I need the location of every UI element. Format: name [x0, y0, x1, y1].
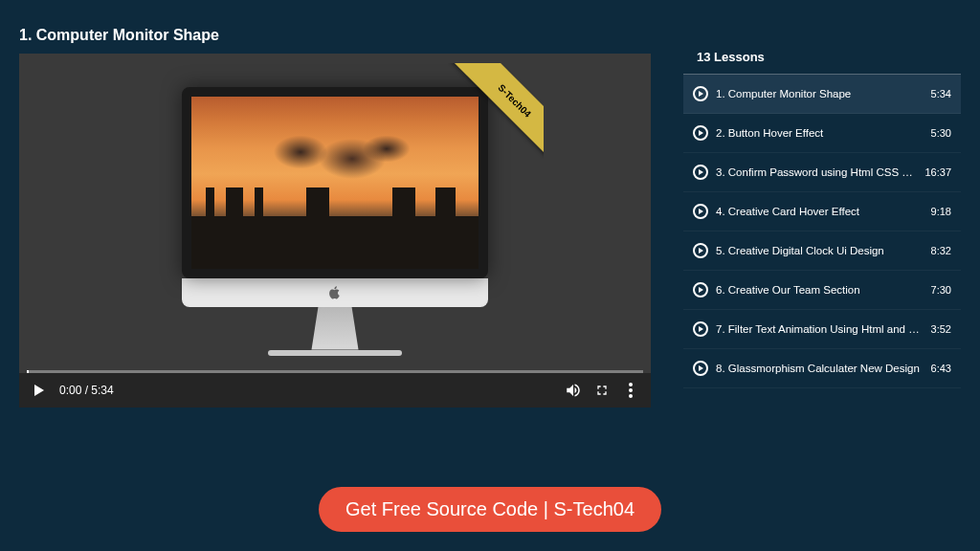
lesson-item[interactable]: 2. Button Hover Effect 5:30 [683, 114, 961, 153]
play-circle-icon [693, 125, 708, 141]
lesson-item[interactable]: 5. Creative Digital Clock Ui Design 8:32 [683, 231, 961, 271]
play-circle-icon [693, 86, 708, 101]
lesson-item[interactable]: 6. Creative Our Team Section 7:30 [683, 271, 961, 310]
svg-point-2 [629, 394, 633, 398]
more-icon[interactable] [622, 382, 639, 399]
lesson-duration: 5:30 [931, 127, 951, 139]
lesson-duration: 9:18 [931, 206, 951, 217]
apple-logo-icon [328, 286, 342, 299]
play-button[interactable] [31, 382, 48, 399]
lesson-duration: 7:30 [931, 284, 951, 296]
cta-button[interactable]: Get Free Source Code | S-Tech04 [319, 487, 661, 532]
play-circle-icon [693, 282, 708, 298]
fullscreen-icon[interactable] [593, 382, 611, 399]
lesson-duration: 3:52 [931, 323, 951, 335]
lesson-list[interactable]: 1. Computer Monitor Shape 5:34 2. Button… [683, 75, 961, 415]
lesson-label: 3. Confirm Password using Html CSS & js [716, 166, 917, 178]
lesson-label: 6. Creative Our Team Section [716, 284, 924, 296]
svg-point-0 [629, 383, 633, 386]
lesson-item[interactable]: 4. Creative Card Hover Effect 9:18 [683, 192, 961, 231]
video-thumbnail [182, 87, 488, 356]
play-circle-icon [693, 243, 708, 258]
lesson-label: 8. Glassmorphism Calculater New Design [716, 363, 924, 374]
lesson-duration: 16:37 [924, 166, 951, 178]
play-circle-icon [693, 321, 708, 337]
lesson-label: 2. Button Hover Effect [716, 127, 924, 139]
lesson-label: 7. Filter Text Animation Using Html and … [716, 323, 924, 335]
lesson-item[interactable]: 1. Computer Monitor Shape 5:34 [683, 75, 961, 114]
lesson-item[interactable]: 8. Glassmorphism Calculater New Design 6… [683, 349, 961, 388]
play-circle-icon [693, 361, 708, 376]
lesson-duration: 5:34 [931, 88, 951, 99]
lessons-header: 13 Lessons [683, 40, 961, 75]
lesson-duration: 6:43 [931, 363, 951, 374]
lesson-label: 1. Computer Monitor Shape [716, 88, 924, 99]
svg-point-1 [629, 388, 633, 392]
video-title: 1. Computer Monitor Shape [19, 27, 664, 44]
play-circle-icon [693, 165, 708, 180]
volume-icon[interactable] [565, 382, 582, 399]
video-player[interactable]: S-Tech04 0:00 / 5:34 [19, 54, 651, 408]
lesson-label: 5. Creative Digital Clock Ui Design [716, 245, 924, 256]
lesson-item[interactable]: 3. Confirm Password using Html CSS & js … [683, 153, 961, 192]
time-display: 0:00 / 5:34 [59, 384, 114, 397]
lesson-item[interactable]: 7. Filter Text Animation Using Html and … [683, 310, 961, 349]
play-circle-icon [693, 204, 708, 219]
video-controls: 0:00 / 5:34 [19, 373, 651, 408]
lesson-duration: 8:32 [931, 245, 951, 256]
lesson-label: 4. Creative Card Hover Effect [716, 206, 924, 217]
